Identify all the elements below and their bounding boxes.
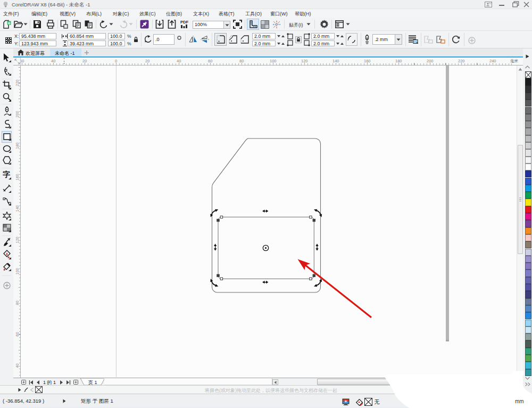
svg-text:mm: mm xyxy=(515,398,524,404)
